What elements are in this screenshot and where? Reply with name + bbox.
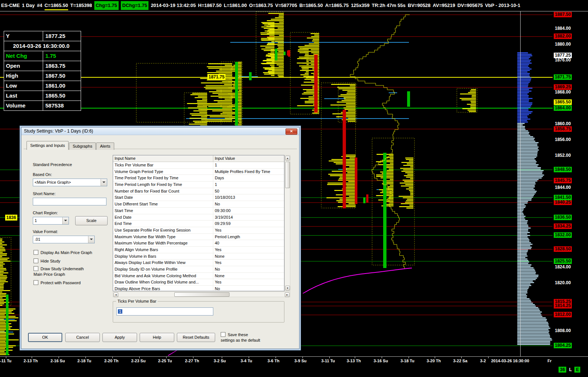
ticks-per-volume-bar-input[interactable]: 1 (116, 307, 213, 316)
info-segment-b: B=1865.50 (299, 1, 323, 10)
input-name-cell: Use Separate Profile For Evening Session (113, 227, 213, 233)
scroll-left-icon[interactable]: ◄ (113, 292, 118, 297)
price-scale-label: 1844.00 (554, 185, 572, 190)
time-axis-label: 3-13 Th (347, 359, 361, 363)
scroll-up-icon[interactable]: ▲ (285, 156, 290, 161)
based-on-combo[interactable]: <Main Price Graph> (33, 179, 107, 186)
value-format-value: .01 (33, 236, 94, 243)
axis-tick (193, 357, 193, 358)
input-name-cell: Start Time (113, 208, 213, 214)
checkbox-label: Hide Study (41, 259, 60, 263)
checkbox-protect-with-password[interactable]: Protect with Password (34, 280, 115, 286)
inputs-table[interactable]: Input Name Input Value Ticks Per Volume … (113, 155, 284, 291)
chart-region-combo[interactable]: 1 (33, 217, 69, 225)
input-row-end-time[interactable]: End Time09:29:59 (113, 221, 284, 227)
input-row-time-period-length-for-fixed-by-time[interactable]: Time Period Length for Fixed by Time1 (113, 182, 284, 188)
tab-alerts[interactable]: Alerts (96, 142, 114, 150)
input-name-cell: End Date (113, 214, 213, 221)
price-scale-label: 1871.75 (554, 74, 572, 80)
input-row-end-date[interactable]: End Date3/19/2014 (113, 214, 284, 221)
ok-button[interactable]: OK (28, 333, 62, 342)
badge-l: L (568, 367, 573, 373)
input-row-time-period-type-for-fixed-by-time[interactable]: Time Period Type for Fixed by TimeDays (113, 175, 284, 182)
price-scale-label: 1864.00 (554, 105, 572, 111)
help-button[interactable]: Help (140, 333, 174, 342)
value-number: 1865.50 (43, 91, 81, 101)
apply-button[interactable]: Apply (102, 333, 137, 342)
values-row: Net Chg1.75 (4, 51, 81, 61)
tab-subgraphs[interactable]: Subgraphs (69, 142, 96, 150)
input-row-maximum-volume-bar-width-type[interactable]: Maximum Volume Bar Width TypePeriod Leng… (113, 234, 284, 240)
scroll-right-icon[interactable]: ► (285, 292, 290, 297)
input-row-number-of-bars-for-fixed-bar-count[interactable]: Number of Bars for Fixed Bar Count50 (113, 188, 284, 195)
value-format-combo[interactable]: .01 (33, 236, 95, 243)
checkbox-draw-study-underneath-main-price-graph[interactable]: Draw Study Underneath Main Price Graph (34, 266, 89, 277)
info-segment-t: T=185398 (70, 1, 92, 10)
info-segment-2014-03-19-13-42-05: 2014-03-19 13:42:05 (151, 1, 196, 10)
axis-tick (139, 357, 140, 358)
input-value-cell: Yes (213, 227, 284, 233)
axis-tick (302, 357, 303, 358)
scroll-down-icon[interactable]: ▼ (285, 286, 290, 290)
info-segment-dv: DV=905675 (457, 1, 483, 10)
input-row-draw-outline-when-coloring-bid-volume-an[interactable]: Draw Outline When Coloring Bid Volume an… (113, 279, 284, 286)
chevron-down-icon[interactable] (62, 217, 69, 224)
input-row-start-time[interactable]: Start Time09:30:00 (113, 208, 284, 214)
time-axis-label: 2-23 Su (131, 359, 146, 363)
close-icon[interactable]: ✕ (286, 128, 297, 135)
tab-settings-and-inputs[interactable]: Settings and Inputs (27, 141, 69, 150)
axis-tick (435, 357, 435, 358)
time-axis-label: 2-27 Th (185, 359, 199, 363)
vertical-scroll-thumb[interactable] (285, 162, 290, 188)
input-row-volume-graph-period-type[interactable]: Volume Graph Period TypeMultiple Profile… (113, 169, 284, 175)
info-segment-dchg: DChg=1.75 (121, 1, 149, 10)
time-axis[interactable]: 2014-03-26 16:30:00 Fr 36 L E 2-11 Tu2-1… (0, 356, 588, 377)
input-row-maximum-volume-bar-width-percentage[interactable]: Maximum Volume Bar Width Percentage40 (113, 240, 284, 247)
values-row: Y1877.25 (4, 31, 81, 41)
info-segment-chg: Chg=1.75 (94, 1, 119, 10)
table-horizontal-scrollbar[interactable]: ◄► (113, 292, 290, 297)
input-value-header[interactable]: Input Value (213, 155, 284, 162)
input-row-display-study-id-on-volume-profile[interactable]: Display Study ID on Volume ProfileNo (113, 266, 284, 273)
input-name-cell: Use Different Start Time (113, 201, 213, 207)
input-value-cell: 1 (213, 182, 284, 188)
input-row-bid-volume-and-ask-volume-coloring-metho[interactable]: Bid Volume and Ask Volume Coloring Metho… (113, 273, 284, 279)
input-name-cell: Bid Volume and Ask Volume Coloring Metho… (113, 273, 213, 279)
axis-tick (59, 357, 59, 358)
scale-button[interactable]: Scale (75, 216, 108, 225)
checkbox-hide-study[interactable]: Hide Study (34, 258, 115, 264)
axis-tick (488, 357, 489, 358)
price-scale-label: 1848.50 (554, 167, 572, 172)
checkbox-save-these-settings[interactable]: Save these settings as the default (221, 332, 261, 343)
input-row-always-display-last-profile-within-view[interactable]: Always Display Last Profile Within ViewY… (113, 260, 284, 266)
time-axis-label: 2-25 Tu (158, 359, 172, 363)
checkbox-icon[interactable] (34, 258, 38, 263)
values-row: Volume587538 (4, 101, 81, 110)
horizontal-scroll-thumb[interactable] (174, 292, 230, 297)
input-row-use-separate-profile-for-evening-session[interactable]: Use Separate Profile For Evening Session… (113, 227, 284, 234)
input-row-display-volume-in-bars[interactable]: Display Volume in BarsNone (113, 253, 284, 260)
checkbox-display-as-main-price-graph[interactable]: Display As Main Price Graph (34, 250, 115, 256)
info-segment-l: L=1861.00 (224, 1, 247, 10)
dialog-titlebar[interactable]: Study Settings: VbP - 1 Days (ID:6) ✕ (21, 127, 299, 135)
input-row-right-align-volume-bars[interactable]: Right Align Volume BarsYes (113, 247, 284, 253)
checkbox-icon[interactable] (221, 332, 225, 337)
checkbox-icon[interactable] (34, 250, 38, 255)
reset-defaults-button[interactable]: Reset Defaults (177, 333, 215, 342)
value-label: Last (4, 91, 43, 101)
chevron-down-icon[interactable] (101, 179, 107, 186)
value-number: 1861.00 (43, 81, 81, 91)
checkbox-icon[interactable] (34, 280, 38, 285)
input-row-use-different-start-time[interactable]: Use Different Start TimeNo (113, 201, 284, 208)
checkbox-icon[interactable] (34, 266, 38, 271)
input-row-ticks-per-volume-bar[interactable]: Ticks Per Volume Bar1 (113, 162, 284, 169)
price-scale[interactable]: 1887.501884.001882.001880.001877.251876.… (553, 11, 588, 356)
input-value-cell: Yes (213, 247, 284, 253)
chevron-down-icon[interactable] (88, 236, 94, 243)
input-row-start-date[interactable]: Start Date10/18/2013 (113, 194, 284, 201)
table-vertical-scrollbar[interactable]: ▲▼ (284, 155, 290, 291)
short-name-input[interactable] (33, 198, 106, 205)
cancel-button[interactable]: Cancel (65, 333, 100, 342)
input-row-display-above-price-bars[interactable]: Display Above Price BarsNo (113, 286, 284, 291)
input-name-header[interactable]: Input Name (113, 155, 213, 162)
